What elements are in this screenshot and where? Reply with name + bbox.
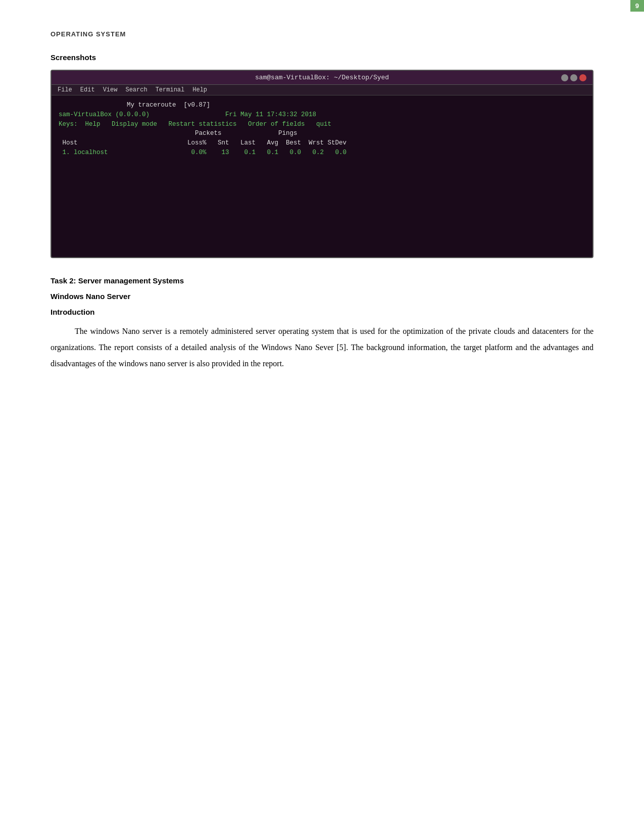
terminal-title: sam@sam-VirtualBox: ~/Desktop/Syed	[83, 74, 561, 81]
menu-help[interactable]: Help	[192, 86, 207, 93]
menu-file[interactable]: File	[58, 86, 72, 93]
terminal-window: sam@sam-VirtualBox: ~/Desktop/Syed File …	[51, 70, 593, 258]
menu-search[interactable]: Search	[125, 86, 147, 93]
terminal-line-3: Packets Pings	[59, 129, 585, 138]
task2-heading: Task 2: Server management Systems	[51, 276, 593, 285]
page-number: 9	[630, 0, 644, 12]
terminal-line-4: Host Loss% Snt Last Avg Best Wrst StDev	[59, 138, 585, 148]
close-button[interactable]	[579, 74, 586, 81]
introduction-heading: Introduction	[51, 308, 593, 316]
terminal-menubar: File Edit View Search Terminal Help	[52, 85, 592, 95]
menu-edit[interactable]: Edit	[80, 86, 95, 93]
terminal-line-1: sam-VirtualBox (0.0.0.0) Fri May 11 17:4…	[59, 110, 585, 120]
terminal-line-0: My traceroute [v0.87]	[59, 101, 585, 110]
menu-view[interactable]: View	[103, 86, 118, 93]
terminal-line-2: Keys: Help Display mode Restart statisti…	[59, 120, 585, 129]
document-header: OPERATING SYSTEM	[51, 30, 593, 38]
screenshots-heading: Screenshots	[51, 53, 593, 62]
terminal-controls[interactable]	[561, 74, 586, 81]
terminal-line-5: 1. localhost 0.0% 13 0.1 0.1 0.0 0.2 0.0	[59, 148, 585, 158]
minimize-button[interactable]	[561, 74, 568, 81]
terminal-titlebar: sam@sam-VirtualBox: ~/Desktop/Syed	[52, 71, 592, 85]
menu-terminal[interactable]: Terminal	[156, 86, 185, 93]
introduction-body: The windows Nano server is a remotely ad…	[51, 323, 593, 372]
maximize-button[interactable]	[570, 74, 577, 81]
terminal-body: My traceroute [v0.87] sam-VirtualBox (0.…	[52, 95, 592, 257]
windows-nano-server-heading: Windows Nano Server	[51, 292, 593, 301]
